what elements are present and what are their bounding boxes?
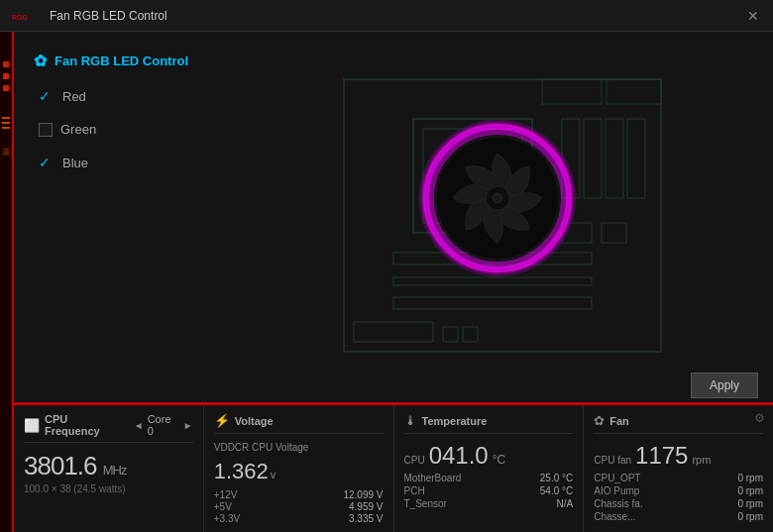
left-sidebar: ≡ bbox=[0, 32, 14, 532]
fan-header: ✿ Fan bbox=[594, 413, 763, 434]
vddcr-value: 1.362 bbox=[214, 459, 269, 484]
window-title: Fan RGB LED Control bbox=[50, 9, 743, 23]
gear-icon[interactable]: ⚙ bbox=[754, 411, 765, 425]
voltage-section: ⚡ Voltage VDDCR CPU Voltage 1.362 v +12V… bbox=[204, 405, 394, 532]
cpu-freq-icon: ⬜ bbox=[24, 418, 40, 433]
sidebar-dot-2 bbox=[3, 73, 9, 79]
cpu-freq-header: ⬜ CPU Frequency ◄ Core 0 ► bbox=[24, 413, 193, 443]
cpu-frequency-section: ⬜ CPU Frequency ◄ Core 0 ► 3801.6 MHz 10… bbox=[14, 405, 204, 532]
temp-row-pch: PCH 54.0 °C bbox=[404, 485, 574, 496]
fan-rgb-icon: ✿ bbox=[34, 52, 47, 70]
cpu-freq-value: 3801.6 MHz bbox=[24, 451, 193, 481]
core-next-arrow[interactable]: ► bbox=[183, 420, 193, 431]
svg-rect-16 bbox=[354, 322, 433, 342]
stats-bar: ⬜ CPU Frequency ◄ Core 0 ► 3801.6 MHz 10… bbox=[14, 403, 773, 532]
cpu-freq-unit: MHz bbox=[103, 463, 127, 478]
svg-rect-8 bbox=[584, 119, 602, 198]
green-option-row[interactable]: Green bbox=[34, 122, 212, 137]
vddcr-unit: v bbox=[271, 469, 276, 480]
sidebar-line-3 bbox=[2, 127, 10, 129]
voltage-icon: ⚡ bbox=[214, 413, 230, 428]
blue-label: Blue bbox=[62, 156, 88, 170]
voltage-label: Voltage bbox=[235, 415, 274, 427]
svg-rect-17 bbox=[443, 327, 458, 342]
svg-rect-18 bbox=[463, 327, 478, 342]
sidebar-line-2 bbox=[2, 122, 10, 124]
red-check-icon: ✓ bbox=[39, 88, 55, 104]
temperature-section: 🌡 Temperature CPU 041.0 °C MotherBoard 2… bbox=[394, 405, 585, 532]
svg-rect-13 bbox=[393, 297, 592, 309]
red-option-row[interactable]: ✓ Red bbox=[34, 88, 212, 104]
cpu-temp-unit: °C bbox=[493, 453, 505, 467]
diagram-panel bbox=[232, 32, 773, 403]
svg-rect-9 bbox=[606, 119, 623, 198]
temp-label: Temperature bbox=[422, 415, 488, 427]
cpu-fan-value: 1175 bbox=[635, 442, 688, 470]
cpu-temp-label: CPU bbox=[404, 455, 425, 466]
core-prev-arrow[interactable]: ◄ bbox=[134, 420, 144, 431]
cpu-fan-label: CPU fan bbox=[594, 455, 631, 466]
green-label: Green bbox=[60, 122, 96, 137]
vddcr-label: VDDCR CPU Voltage bbox=[214, 442, 309, 453]
blue-option-row[interactable]: ✓ Blue bbox=[34, 155, 212, 170]
temp-header: 🌡 Temperature bbox=[404, 413, 574, 434]
motherboard-diagram bbox=[324, 69, 681, 367]
cpu-temp-display: CPU 041.0 °C bbox=[404, 442, 574, 470]
rog-logo: ROG bbox=[10, 6, 42, 26]
cpu-freq-sub: 100.0 × 38 (24.5 watts) bbox=[24, 483, 193, 494]
svg-point-25 bbox=[493, 193, 502, 203]
voltage-row-12v: +12V 12.099 V bbox=[214, 489, 384, 500]
fan-row-chassis1: Chassis fa. 0 rpm bbox=[594, 498, 763, 509]
sidebar-dot-3 bbox=[3, 85, 9, 91]
voltage-row-33v: +3.3V 3.335 V bbox=[214, 513, 384, 524]
apply-btn-area: Apply bbox=[691, 372, 758, 398]
green-checkbox[interactable] bbox=[39, 123, 53, 137]
temp-row-mb: MotherBoard 25.0 °C bbox=[404, 473, 574, 483]
svg-rect-3 bbox=[542, 79, 602, 104]
title-bar: ROG Fan RGB LED Control ✕ bbox=[0, 0, 773, 32]
close-button[interactable]: ✕ bbox=[743, 8, 763, 24]
svg-rect-4 bbox=[607, 79, 661, 104]
apply-button[interactable]: Apply bbox=[691, 372, 758, 398]
fan-stat-icon: ✿ bbox=[594, 413, 605, 428]
voltage-row-5v: +5V 4.959 V bbox=[214, 501, 384, 512]
main-content: ✿ Fan RGB LED Control ✓ Red Green ✓ Blue bbox=[14, 32, 773, 403]
blue-check-icon: ✓ bbox=[39, 155, 55, 170]
svg-rect-10 bbox=[627, 119, 645, 198]
cpu-fan-unit: rpm bbox=[692, 454, 711, 466]
red-label: Red bbox=[62, 89, 86, 104]
sidebar-dot-1 bbox=[3, 61, 9, 67]
svg-rect-12 bbox=[393, 277, 592, 285]
cpu-freq-label: CPU Frequency bbox=[45, 413, 125, 437]
temp-icon: 🌡 bbox=[404, 413, 417, 428]
vddcr-value-display: 1.362 v bbox=[214, 459, 384, 484]
fan-row-chassis2: Chasse... 0 rpm bbox=[594, 511, 763, 522]
control-panel: ✿ Fan RGB LED Control ✓ Red Green ✓ Blue bbox=[14, 32, 232, 403]
cpu-fan-display: CPU fan 1175 rpm bbox=[594, 442, 763, 470]
fan-rows: CPU_OPT 0 rpm AIO Pump 0 rpm Chassis fa.… bbox=[594, 473, 763, 522]
fan-row-cpu-opt: CPU_OPT 0 rpm bbox=[594, 473, 763, 483]
temp-row-tsensor: T_Sensor N/A bbox=[404, 498, 574, 509]
control-title: ✿ Fan RGB LED Control bbox=[34, 52, 212, 70]
core-nav[interactable]: ◄ Core 0 ► bbox=[134, 413, 193, 437]
svg-text:ROG: ROG bbox=[12, 14, 29, 21]
sidebar-line-1 bbox=[2, 117, 10, 119]
vddcr-display: VDDCR CPU Voltage bbox=[214, 442, 384, 453]
voltage-rows: +12V 12.099 V +5V 4.959 V +3.3V 3.335 V bbox=[214, 489, 384, 524]
svg-rect-15 bbox=[602, 223, 626, 243]
fan-section: ✿ Fan CPU fan 1175 rpm CPU_OPT 0 rpm AIO… bbox=[584, 405, 773, 532]
fan-row-aio: AIO Pump 0 rpm bbox=[594, 485, 763, 496]
temp-rows: MotherBoard 25.0 °C PCH 54.0 °C T_Sensor… bbox=[404, 473, 574, 509]
cpu-temp-value: 041.0 bbox=[429, 442, 489, 470]
fan-stat-label: Fan bbox=[609, 415, 629, 427]
sidebar-expand-icon[interactable]: ≡ bbox=[2, 145, 9, 159]
core-selector: Core 0 bbox=[148, 413, 179, 437]
voltage-header: ⚡ Voltage bbox=[214, 413, 384, 434]
sidebar-lines bbox=[2, 117, 10, 129]
